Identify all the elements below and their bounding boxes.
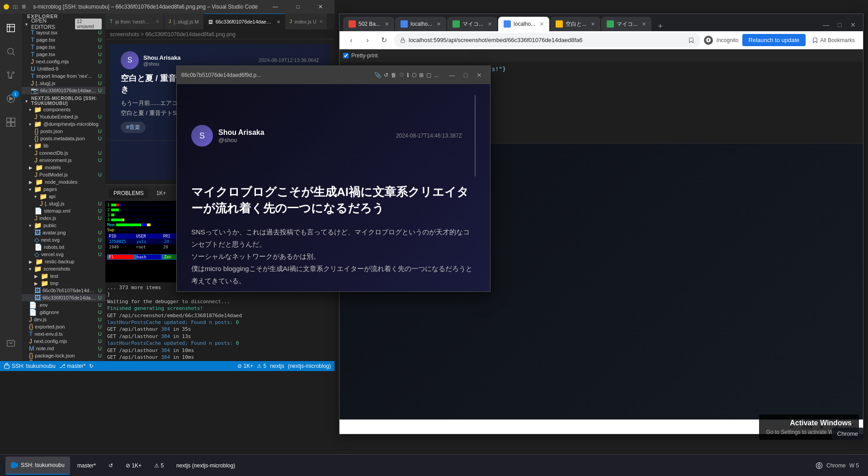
- taskbar-sync[interactable]: ↺: [103, 457, 118, 475]
- pretty-print-checkbox[interactable]: [343, 53, 349, 58]
- open-editor-screenshot[interactable]: 📷 66c336f01076de14daed8fa6.p... U: [22, 87, 105, 94]
- chrome-tab-blank[interactable]: 空白と... ✕: [550, 17, 600, 31]
- folder-screenshots[interactable]: ▾ 📁 screenshots: [22, 265, 105, 272]
- chrome-minimize[interactable]: —: [820, 19, 832, 31]
- floating-window-icon[interactable]: ▢: [426, 72, 431, 78]
- open-editor-next-config[interactable]: J next.config.mjs U: [22, 58, 105, 65]
- taskbar-errors[interactable]: ⊘ 1K+: [120, 457, 147, 475]
- address-bar[interactable]: localhost:5995/api/screenshot/embed/66c3…: [394, 33, 700, 48]
- close-tab-maiko2[interactable]: ✕: [642, 21, 646, 27]
- open-editor-slug[interactable]: J [..slug].js U: [22, 80, 105, 87]
- back-btn[interactable]: ‹: [345, 34, 358, 47]
- ssh-status[interactable]: SSH: tsukumoubu: [4, 363, 56, 369]
- file-sitemap[interactable]: 📄 sitemap.xml U: [22, 207, 105, 214]
- file-note-md[interactable]: M note.md U: [22, 345, 105, 352]
- file-connectdb[interactable]: J connectDb.js U: [22, 149, 105, 157]
- file-slug-pages[interactable]: J [..slug].js U: [22, 200, 105, 207]
- remote-icon[interactable]: [0, 332, 22, 354]
- hamburger-icon[interactable]: ≡: [22, 3, 26, 11]
- floating-grid-icon[interactable]: ⊞: [419, 72, 424, 78]
- tab-output-badge[interactable]: 1K+: [152, 188, 171, 198]
- file-devjs[interactable]: J dev.js U: [22, 316, 105, 323]
- folder-api[interactable]: ▾ 📁 api: [22, 193, 105, 200]
- folder-public[interactable]: ▾ 📁 public: [22, 222, 105, 229]
- file-package-lock[interactable]: {} package-lock.json U: [22, 352, 105, 359]
- chrome-tab-localhost1[interactable]: localho... ✕: [395, 17, 446, 31]
- open-editor-import[interactable]: T import Image from 'nex'... U: [22, 72, 105, 80]
- file-environment[interactable]: J environment.js U: [22, 157, 105, 164]
- relaunch-update-btn[interactable]: Relaunch to update: [742, 34, 806, 46]
- tab-screenshot[interactable]: 🖼 66c336f01076de14daed8fa6.png.png ✕: [204, 14, 285, 29]
- folder-lib[interactable]: ▾ 📁 lib: [22, 142, 105, 149]
- run-icon[interactable]: 1: [0, 88, 22, 109]
- open-editor-page3[interactable]: T page.tsx U: [22, 51, 105, 58]
- folder-pages[interactable]: ▾ 📁 pages: [22, 186, 105, 193]
- errors-status[interactable]: ⊘ 1K+: [237, 363, 253, 369]
- post1-tag[interactable]: #音楽: [121, 122, 146, 133]
- address-text[interactable]: localhost:5995/api/screenshot/embed/66c3…: [409, 37, 685, 43]
- tab-slug[interactable]: J [..slug].js M: [164, 14, 204, 29]
- chrome-maximize[interactable]: □: [833, 19, 846, 31]
- folder-node-modules[interactable]: ▶ 📁 node_modules: [22, 178, 105, 186]
- file-posts-metadata[interactable]: {} posts.metadata.json U: [22, 135, 105, 142]
- taskbar-nextjs[interactable]: nextjs (nextjs-microblog): [171, 457, 241, 475]
- reload-btn[interactable]: ↻: [377, 34, 390, 47]
- chrome-close[interactable]: ✕: [847, 19, 859, 31]
- close-tab-localhost1[interactable]: ✕: [437, 21, 441, 27]
- source-control-icon[interactable]: [0, 64, 22, 86]
- new-tab-btn[interactable]: +: [654, 22, 666, 31]
- extensions-icon[interactable]: [0, 111, 22, 133]
- file-postmodel[interactable]: J PostModel.js U: [22, 171, 105, 178]
- file-exported[interactable]: {} exported.json U: [22, 323, 105, 330]
- forward-btn[interactable]: ›: [361, 34, 374, 47]
- taskbar-branch[interactable]: master*: [72, 457, 101, 475]
- close-tab-502[interactable]: ✕: [385, 21, 389, 27]
- open-editors-section[interactable]: ▾ OPEN EDITORS 12 unsaved: [22, 19, 105, 29]
- tab-import[interactable]: T je from 'next/image': Untitled-8.t... …: [105, 14, 164, 29]
- close-btn[interactable]: ✕: [310, 0, 331, 14]
- taskbar-warnings[interactable]: ⚠ 5: [149, 457, 169, 475]
- branch-status[interactable]: ⎇ master*: [59, 363, 86, 369]
- floating-clip-icon[interactable]: 📎: [374, 72, 381, 78]
- chrome-tab-localhost2[interactable]: localho... ✕: [498, 17, 549, 31]
- minimize-btn[interactable]: —: [265, 0, 286, 14]
- floating-refresh-icon[interactable]: ↺: [384, 72, 388, 78]
- file-gitignore[interactable]: 📄 .gitignore U: [22, 309, 105, 316]
- explorer-icon[interactable]: [0, 17, 22, 39]
- file-youtube[interactable]: J YoutubeEmbed.js U: [22, 113, 105, 120]
- warnings-status[interactable]: ⚠ 5: [257, 363, 266, 369]
- sync-status[interactable]: ↻: [89, 363, 94, 369]
- file-next-env[interactable]: T next-env.d.ts U: [22, 330, 105, 338]
- project-section[interactable]: ▾ NEXTJS-MICROBLOG [SSH: TSUKUMOUBU]: [22, 96, 105, 106]
- folder-tmp[interactable]: ▶ 📁 tmp: [22, 280, 105, 287]
- folder-restic[interactable]: ▶ 📁 restic-backup: [22, 258, 105, 265]
- floating-share-icon[interactable]: ⬡: [412, 72, 416, 78]
- open-editor-page1[interactable]: T page.tsx U: [22, 36, 105, 43]
- all-bookmarks-btn[interactable]: All Bookmarks: [809, 35, 858, 45]
- close-tab-maiko1[interactable]: ✕: [488, 21, 492, 27]
- chrome-tab-maiko2[interactable]: マイコ... ✕: [601, 17, 651, 31]
- file-66c0b7[interactable]: 🖼 66c0b7b51076de14daed6f9d... U: [22, 287, 105, 294]
- folder-dump[interactable]: ▾ 📁 @dump/nextjs-microblog: [22, 120, 105, 128]
- folder-components[interactable]: ▾ 📁 components: [22, 106, 105, 113]
- tab-index[interactable]: J index.js U ✕: [285, 14, 328, 29]
- open-editor-untitled[interactable]: U Untitled-9: [22, 65, 105, 72]
- float-minimize[interactable]: —: [446, 69, 458, 81]
- file-next-svg[interactable]: ◇ next.svg U: [22, 236, 105, 243]
- float-close[interactable]: ✕: [473, 69, 486, 81]
- file-66c336[interactable]: 🖼 66c336f01076de14daed8fa6.p... U: [22, 294, 105, 301]
- file-index[interactable]: J index.js U: [22, 214, 105, 222]
- float-maximize[interactable]: □: [459, 69, 472, 81]
- file-posts-json[interactable]: {} posts.json U: [22, 128, 105, 135]
- chrome-tab-maiko1[interactable]: マイコ... ✕: [447, 17, 497, 31]
- open-editor-page2[interactable]: T page.tsx U: [22, 43, 105, 51]
- search-icon[interactable]: [0, 41, 22, 62]
- maximize-btn[interactable]: □: [288, 0, 308, 14]
- folder-models[interactable]: ▶ 📁 models: [22, 164, 105, 171]
- file-avatar[interactable]: 🖼 avatar.png U: [22, 229, 105, 236]
- floating-delete-icon[interactable]: 🗑: [391, 72, 396, 78]
- folder-test[interactable]: ▶ 📁 test: [22, 272, 105, 280]
- chrome-tab-502[interactable]: 502 Ba... ✕: [343, 17, 394, 31]
- file-vercel-svg[interactable]: ◇ vercel.svg U: [22, 251, 105, 258]
- floating-heart-icon[interactable]: ♡: [399, 72, 404, 78]
